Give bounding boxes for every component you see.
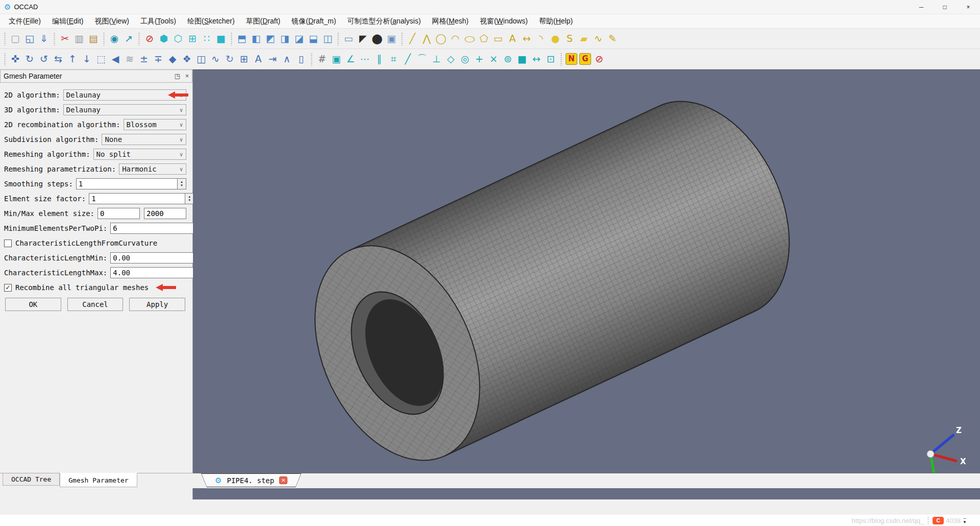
menu-item-7[interactable]: 镜像(Draft_m) — [286, 17, 341, 26]
view-bottom-icon[interactable]: ⬓ — [306, 32, 321, 46]
sketch-line-icon[interactable]: ╱ — [405, 32, 420, 46]
display-hidden-line-icon[interactable]: ⊞ — [185, 32, 200, 46]
sketch-edit-icon[interactable]: ✎ — [605, 32, 620, 46]
sketch-fillet-icon[interactable]: ◝ — [534, 32, 548, 46]
copy-icon[interactable]: ▥ — [72, 32, 86, 46]
smoothing-steps-value[interactable] — [76, 178, 178, 189]
line-constraint-icon[interactable]: ╱ — [401, 52, 415, 66]
sketch-polygon-icon[interactable]: ⬠ — [477, 32, 491, 46]
float-panel-icon[interactable]: ◳ — [175, 73, 180, 80]
collapse-caret[interactable]: ‒▼ — [963, 517, 967, 524]
send-backward-icon[interactable]: ◀ — [108, 52, 122, 66]
menu-item-9[interactable]: 网格(Mesh) — [426, 17, 474, 26]
fit-view-icon[interactable]: ◉ — [107, 32, 121, 46]
menu-item-1[interactable]: 文件(Fille) — [3, 17, 46, 26]
min-element-size-input[interactable] — [97, 208, 140, 219]
view-left-icon[interactable]: ◫ — [321, 32, 335, 46]
view-front-icon[interactable]: ◧ — [249, 32, 263, 46]
sketch-circle-icon[interactable]: ◯ — [434, 32, 448, 46]
max-element-size-input[interactable] — [144, 208, 186, 219]
pipe-3d-model[interactable] — [193, 70, 980, 499]
remeshing-algorithm-select[interactable]: No split — [93, 149, 186, 160]
display-solid-icon[interactable]: ■ — [214, 32, 228, 46]
menu-item-11[interactable]: 帮助(Help) — [533, 17, 578, 26]
concentric-constraint-icon[interactable]: ◎ — [458, 52, 472, 66]
mirror-plane-icon[interactable]: ▯ — [294, 52, 308, 66]
view-right-icon[interactable]: ◨ — [278, 32, 292, 46]
2d-recombination-select[interactable]: Blossom — [124, 119, 186, 130]
image-capture-icon[interactable]: ▣ — [384, 32, 399, 46]
add-node-icon[interactable]: ± — [137, 52, 151, 66]
apply-button[interactable]: Apply — [129, 298, 185, 311]
move-up-icon[interactable]: ↑ — [65, 52, 80, 66]
create-grid-icon[interactable]: # — [315, 52, 329, 66]
align-horizontal-icon[interactable]: ⇆ — [51, 52, 65, 66]
move-down-icon[interactable]: ↓ — [80, 52, 94, 66]
subdivision-select[interactable]: None — [102, 134, 186, 145]
curvature-checkbox[interactable] — [4, 240, 12, 247]
symmetry-grid-icon[interactable]: ⌗ — [386, 52, 401, 66]
sketch-arc-icon[interactable]: ◠ — [448, 32, 462, 46]
zoom-select-icon[interactable]: ↗ — [121, 32, 136, 46]
rotate-object-icon[interactable]: ↻ — [223, 52, 237, 66]
region-element-icon[interactable]: ⊡ — [544, 52, 558, 66]
more-options-icon[interactable]: ⋯ — [358, 52, 372, 66]
dimension-constraint-icon[interactable]: ↔ — [529, 52, 544, 66]
select-cursor-icon[interactable]: ◤ — [356, 32, 370, 46]
menu-item-3[interactable]: 视图(View) — [89, 17, 134, 26]
3d-algorithm-select[interactable]: Delaunay — [63, 104, 186, 115]
menu-item-2[interactable]: 编辑(Edit) — [46, 17, 89, 26]
sketch-rectangle-icon[interactable]: ▭ — [491, 32, 505, 46]
view-axonometric-icon[interactable]: ⬒ — [235, 32, 249, 46]
element-size-factor-value[interactable] — [89, 193, 185, 204]
view-rear-icon[interactable]: ◪ — [292, 32, 306, 46]
maximize-button[interactable]: □ — [933, 0, 957, 14]
symmetric-constraint-icon[interactable]: ◇ — [444, 52, 458, 66]
3d-viewport[interactable]: Z X Y — [193, 69, 980, 499]
tab-gmesh-parameter[interactable]: Gmesh Parameter — [60, 473, 137, 487]
spinner-buttons[interactable] — [178, 178, 186, 189]
angle-constraint-icon[interactable]: ∠ — [344, 52, 358, 66]
remove-node-icon[interactable]: ∓ — [151, 52, 165, 66]
sketch-point-icon[interactable]: ● — [548, 32, 562, 46]
ok-button[interactable]: OK — [5, 298, 61, 311]
menu-item-5[interactable]: 绘图(Sketcher) — [182, 17, 240, 26]
save-file-icon[interactable]: ⇓ — [37, 32, 51, 46]
box-selection-icon[interactable]: ⬚ — [94, 52, 108, 66]
display-off-icon[interactable]: ⊘ — [142, 32, 157, 46]
display-shaded-icon[interactable]: ⬢ — [157, 32, 171, 46]
close-button[interactable]: × — [957, 0, 980, 14]
sketch-bspline-icon[interactable]: ∿ — [591, 32, 605, 46]
delete-constraint-icon[interactable]: × — [486, 52, 501, 66]
characteristic-length-min-value[interactable] — [110, 252, 207, 264]
appearance-palette-icon[interactable]: ⬤ — [370, 32, 384, 46]
view-top-icon[interactable]: ◩ — [263, 32, 278, 46]
sketch-spline-icon[interactable]: S — [562, 32, 577, 46]
gmsh-mesh-icon[interactable]: G — [579, 53, 591, 65]
paste-icon[interactable]: ▤ — [86, 32, 101, 46]
cancel-mesh-icon[interactable]: ⊘ — [592, 52, 606, 66]
sketch-ellipse-icon[interactable]: ◯ — [462, 34, 477, 43]
remeshing-parametrization-select[interactable]: Harmonic — [119, 163, 186, 175]
sketch-polyline-icon[interactable]: ⋀ — [420, 32, 434, 46]
characteristic-length-max-value[interactable] — [110, 267, 207, 278]
measure-distance-icon[interactable]: ▭ — [341, 32, 356, 46]
rotate-view-icon[interactable]: ↻ — [22, 52, 37, 66]
solid-box-icon[interactable]: ◆ — [165, 52, 180, 66]
menu-item-10[interactable]: 视窗(Windows) — [474, 17, 533, 26]
block-constraint-icon[interactable]: ⊚ — [501, 52, 515, 66]
new-file-icon[interactable]: ▢ — [8, 32, 22, 46]
display-wireframe-icon[interactable]: ⬡ — [171, 32, 185, 46]
netgen-mesh-icon[interactable]: N — [566, 53, 577, 65]
minimize-button[interactable]: ─ — [910, 0, 933, 14]
annotation-scale-icon[interactable]: A — [251, 52, 265, 66]
cancel-button[interactable]: Cancel — [67, 298, 124, 311]
tab-occad-tree[interactable]: OCCAD Tree — [3, 473, 60, 486]
open-file-icon[interactable]: ◱ — [22, 32, 37, 46]
lock-constraint-icon[interactable]: ▣ — [329, 52, 344, 66]
grid-columns-icon[interactable]: ◫ — [194, 52, 208, 66]
sketch-text-icon[interactable]: A — [505, 32, 520, 46]
minimum-elements-value[interactable] — [110, 223, 207, 234]
rotate-back-icon[interactable]: ↺ — [37, 52, 51, 66]
parallel-constraint-icon[interactable]: ∥ — [372, 52, 386, 66]
